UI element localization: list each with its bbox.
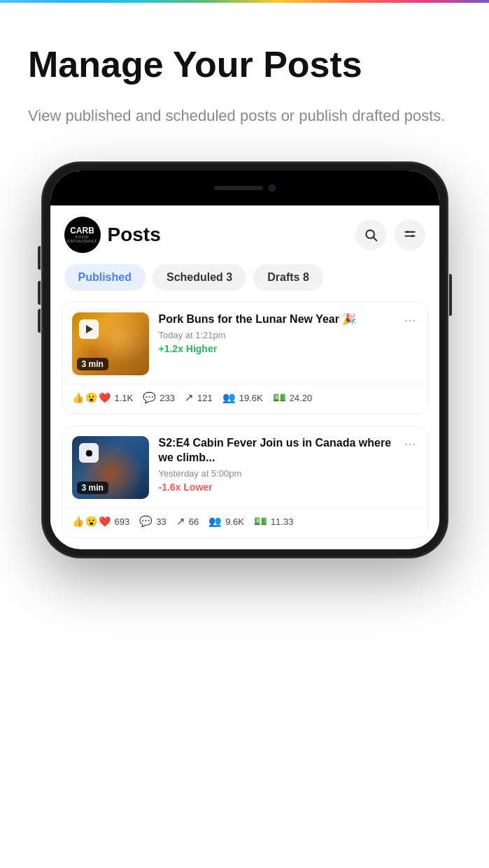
comments-count-1: 233 — [160, 393, 175, 403]
reaction-heart-2: ❤️ — [99, 516, 111, 527]
app-header-title: Posts — [108, 224, 348, 246]
play-icon-1 — [79, 319, 99, 339]
post-info-2: S2:E4 Cabin Fever Join us in Canada wher… — [159, 436, 393, 493]
tab-published[interactable]: Published — [64, 264, 146, 291]
search-icon — [364, 228, 378, 242]
app-logo: CARB FOOD ENTHUSIAST — [64, 217, 101, 253]
reach-stat-2: 👥 9.6K — [208, 515, 244, 528]
app-logo-sub-text: FOOD ENTHUSIAST — [64, 235, 101, 243]
post-card-2: ⏺ 3 min S2:E4 Cabin Fever Join us in Can… — [62, 426, 428, 538]
post-stats-1: 👍 😮 ❤️ 1.1K 💬 233 ↗ 121 — [62, 384, 427, 414]
reaction-count-2: 693 — [115, 516, 130, 527]
phone-frame: CARB FOOD ENTHUSIAST Posts — [42, 162, 448, 558]
tab-published-label: Published — [78, 271, 132, 283]
reaction-heart-1: ❤️ — [99, 392, 111, 403]
money-icon-1: 💵 — [273, 391, 286, 404]
duration-1: 3 min — [77, 358, 108, 370]
reactions-2: 👍 😮 ❤️ 693 — [72, 516, 130, 527]
notch-speaker — [214, 186, 263, 190]
post-title-2: S2:E4 Cabin Fever Join us in Canada wher… — [159, 436, 393, 465]
post-info-1: Pork Buns for the Lunar New Year 🎉 Today… — [159, 312, 393, 354]
comments-stat-2: 💬 33 — [139, 515, 166, 528]
reaction-like-1: 👍 — [72, 392, 84, 403]
notch-camera — [269, 185, 276, 191]
post-thumbnail-1: 3 min — [72, 312, 149, 375]
play-triangle-1 — [86, 325, 93, 333]
reaction-count-1: 1.1K — [115, 393, 134, 403]
comments-stat-1: 💬 233 — [143, 391, 175, 404]
filter-button[interactable] — [395, 219, 425, 250]
duration-2: 3 min — [77, 482, 108, 494]
record-icon-2: ⏺ — [79, 443, 99, 463]
tab-drafts[interactable]: Drafts 8 — [253, 264, 323, 291]
money-stat-2: 💵 11.33 — [254, 515, 294, 528]
reactions-1: 👍 😮 ❤️ 1.1K — [72, 392, 134, 403]
hero-subtitle: View published and scheduled posts or pu… — [28, 104, 461, 127]
tab-scheduled[interactable]: Scheduled 3 — [153, 264, 246, 291]
post-title-1: Pork Buns for the Lunar New Year 🎉 — [159, 312, 393, 327]
svg-line-1 — [373, 238, 376, 241]
reaction-wow-2: 😮 — [85, 516, 97, 527]
shares-count-2: 66 — [189, 516, 199, 527]
hero-title: Manage Your Posts — [28, 45, 461, 85]
post-more-button-1[interactable]: ··· — [403, 312, 418, 326]
reach-icon-2: 👥 — [208, 515, 222, 528]
shares-stat-2: ↗ 66 — [176, 515, 199, 528]
svg-point-3 — [406, 231, 409, 233]
app-logo-main-text: CARB — [64, 226, 101, 235]
money-stat-1: 💵 24.20 — [273, 391, 313, 404]
comment-icon-1: 💬 — [143, 391, 156, 404]
post-main-1: 3 min Pork Buns for the Lunar New Year 🎉… — [62, 303, 427, 384]
money-amount-1: 24.20 — [290, 393, 313, 403]
shares-count-1: 121 — [197, 393, 213, 403]
notch — [189, 176, 301, 200]
app-header: CARB FOOD ENTHUSIAST Posts — [50, 205, 439, 261]
post-card-1: 3 min Pork Buns for the Lunar New Year 🎉… — [62, 302, 428, 414]
post-more-button-2[interactable]: ··· — [403, 436, 418, 450]
app-header-icons — [355, 219, 425, 250]
post-stats-2: 👍 😮 ❤️ 693 💬 33 ↗ 66 — [62, 507, 427, 537]
app-content: CARB FOOD ENTHUSIAST Posts — [50, 205, 439, 538]
reach-count-1: 19.6K — [239, 393, 263, 403]
money-icon-2: 💵 — [254, 515, 267, 528]
filter-icon — [403, 228, 417, 242]
tabs-row: Published Scheduled 3 Drafts 8 — [50, 261, 439, 302]
comments-count-2: 33 — [156, 516, 166, 527]
tab-drafts-badge: 8 — [303, 271, 309, 283]
shares-stat-1: ↗ 121 — [185, 391, 213, 404]
tab-scheduled-badge: 3 — [226, 271, 232, 283]
post-time-1: Today at 1:21pm — [159, 330, 393, 340]
svg-point-5 — [411, 235, 413, 237]
share-icon-1: ↗ — [185, 391, 194, 404]
tab-drafts-label: Drafts — [267, 271, 303, 283]
reaction-like-2: 👍 — [72, 516, 84, 527]
post-reach-2: -1.6x Lower — [159, 482, 393, 493]
reaction-wow-1: 😮 — [85, 392, 97, 403]
post-time-2: Yesterday at 5:00pm — [159, 468, 393, 479]
money-amount-2: 11.33 — [271, 516, 294, 527]
hero-section: Manage Your Posts View published and sch… — [0, 3, 489, 141]
search-button[interactable] — [355, 219, 386, 250]
reach-icon-1: 👥 — [222, 391, 236, 404]
post-main-2: ⏺ 3 min S2:E4 Cabin Fever Join us in Can… — [62, 426, 427, 507]
post-thumbnail-2: ⏺ 3 min — [72, 436, 149, 499]
tab-scheduled-label: Scheduled — [166, 271, 226, 283]
notch-bar — [50, 171, 439, 205]
post-reach-1: +1.2x Higher — [159, 343, 393, 354]
phone-container: CARB FOOD ENTHUSIAST Posts — [0, 141, 489, 558]
reach-stat-1: 👥 19.6K — [222, 391, 263, 404]
comment-icon-2: 💬 — [139, 515, 153, 528]
share-icon-2: ↗ — [176, 515, 185, 528]
phone-screen: CARB FOOD ENTHUSIAST Posts — [50, 171, 439, 549]
reach-count-2: 9.6K — [225, 516, 244, 527]
